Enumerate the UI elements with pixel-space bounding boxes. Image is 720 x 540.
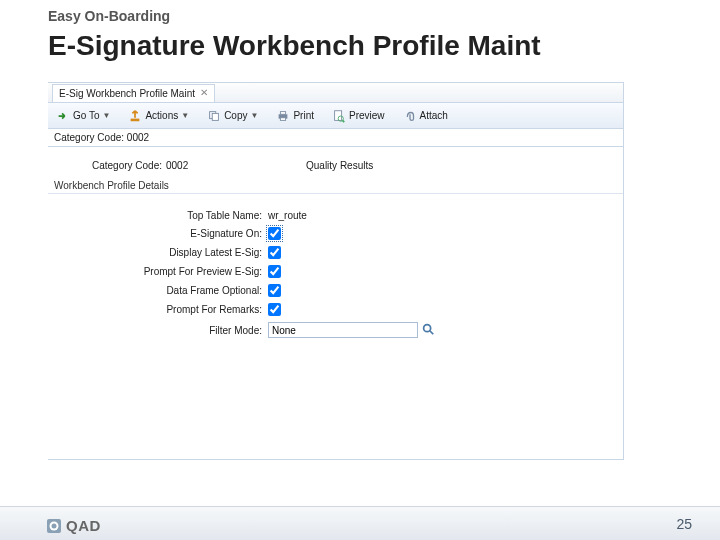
slide-subtitle: Easy On-Boarding [48,8,170,24]
page-number: 25 [676,516,692,532]
attach-label: Attach [420,110,448,121]
qad-logo-text: QAD [66,517,101,534]
group-workbench-details: Workbench Profile Details [48,178,623,194]
app-window: E-Sig Workbench Profile Maint ✕ Go To ▼ … [48,82,624,460]
detail-form: Top Table Name: wr_route E-Signature On:… [48,194,623,348]
slide-title: E-Signature Workbench Profile Maint [48,30,541,62]
category-code-label: Category Code: [56,160,166,171]
chevron-down-icon: ▼ [251,111,259,120]
toolbar: Go To ▼ Actions ▼ Copy ▼ [48,103,623,129]
svg-rect-4 [281,111,286,114]
data-frame-optional-label: Data Frame Optional: [108,285,268,296]
top-table-name-value: wr_route [268,210,307,221]
slide: Easy On-Boarding E-Signature Workbench P… [0,0,720,540]
filter-mode-input[interactable] [268,322,418,338]
print-button[interactable]: Print [272,107,318,125]
goto-button[interactable]: Go To ▼ [52,107,114,125]
prompt-preview-esig-label: Prompt For Preview E-Sig: [108,266,268,277]
top-table-name-label: Top Table Name: [108,210,268,221]
attach-icon [403,109,417,123]
qad-logo: QAD [46,517,101,534]
preview-icon [332,109,346,123]
copy-label: Copy [224,110,247,121]
filter-mode-lookup-button[interactable] [420,322,436,338]
summary-bar: Category Code: 0002 [48,129,623,147]
svg-point-9 [424,325,431,332]
goto-label: Go To [73,110,100,121]
tab-label: E-Sig Workbench Profile Maint [59,88,195,99]
category-code-value: 0002 [166,160,226,171]
goto-icon [56,109,70,123]
search-icon [421,322,435,338]
actions-label: Actions [145,110,178,121]
actions-button[interactable]: Actions ▼ [124,107,193,125]
print-icon [276,109,290,123]
copy-icon [207,109,221,123]
slide-footer: QAD 25 [0,506,720,540]
svg-line-8 [342,120,344,122]
filter-mode-label: Filter Mode: [108,325,268,336]
quality-results-label: Quality Results [306,160,373,171]
prompt-remarks-label: Prompt For Remarks: [108,304,268,315]
data-frame-optional-checkbox[interactable] [268,284,281,297]
chevron-down-icon: ▼ [103,111,111,120]
svg-rect-5 [281,117,286,120]
display-latest-esig-checkbox[interactable] [268,246,281,259]
chevron-down-icon: ▼ [181,111,189,120]
esignature-on-checkbox[interactable] [268,227,281,240]
header-section: Category Code: 0002 Quality Results [48,147,623,178]
tab-esig-profile-maint[interactable]: E-Sig Workbench Profile Maint ✕ [52,84,215,102]
svg-point-13 [52,523,57,528]
prompt-remarks-checkbox[interactable] [268,303,281,316]
prompt-preview-esig-checkbox[interactable] [268,265,281,278]
print-label: Print [293,110,314,121]
actions-icon [128,109,142,123]
svg-rect-2 [212,113,218,120]
attach-button[interactable]: Attach [399,107,452,125]
preview-button[interactable]: Preview [328,107,389,125]
copy-button[interactable]: Copy ▼ [203,107,262,125]
tab-bar: E-Sig Workbench Profile Maint ✕ [48,83,623,103]
summary-text: Category Code: 0002 [54,132,149,143]
display-latest-esig-label: Display Latest E-Sig: [108,247,268,258]
qad-logo-icon [46,518,62,534]
svg-rect-0 [131,118,140,121]
close-icon[interactable]: ✕ [200,88,208,98]
svg-line-10 [430,331,434,335]
preview-label: Preview [349,110,385,121]
esignature-on-label: E-Signature On: [108,228,268,239]
